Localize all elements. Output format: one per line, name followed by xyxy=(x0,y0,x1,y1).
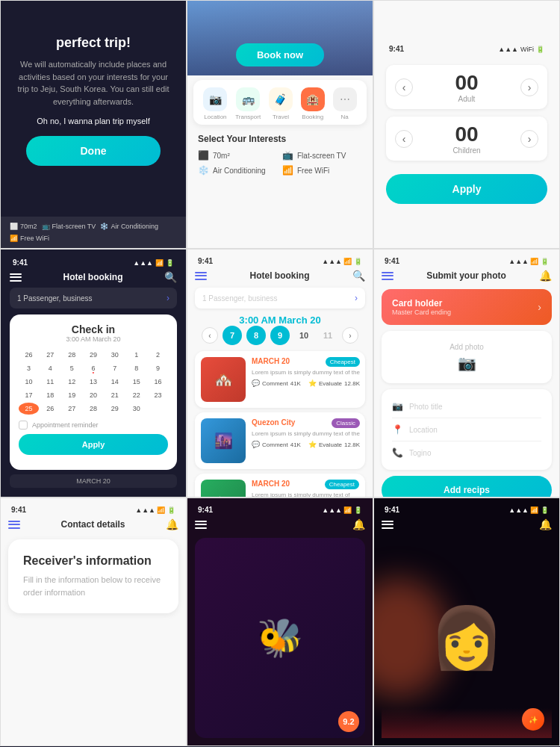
cal-day[interactable]: 27 xyxy=(62,403,82,415)
card-holder-card[interactable]: Card holder Master Card ending › xyxy=(382,289,552,325)
receiver-information-card: Receiver's information Fill in the infor… xyxy=(8,539,178,613)
photo-title-field[interactable]: 📷 Photo title xyxy=(392,395,541,418)
menu-button-5[interactable] xyxy=(195,272,207,280)
menu-button-9[interactable] xyxy=(382,521,393,529)
prev-date-button[interactable]: ‹ xyxy=(202,327,218,344)
menu-button-8[interactable] xyxy=(195,521,207,529)
hotel-image-1 xyxy=(201,357,246,402)
comment-label-2: Comment xyxy=(262,441,288,448)
cal-day[interactable]: 5 xyxy=(62,362,82,374)
date-11[interactable]: 11 xyxy=(318,326,337,345)
hotel-card-3[interactable]: MARCH 20 Cheapest Lorem ipsum is simply … xyxy=(195,474,365,498)
cal-day[interactable]: 7 xyxy=(105,362,125,374)
cal-day[interactable]: 4 xyxy=(40,362,60,374)
booking-category[interactable]: 🏨 Booking xyxy=(301,87,325,120)
passenger-selector[interactable]: 1 Passenger, business › xyxy=(10,288,177,309)
cal-day[interactable]: 30 xyxy=(126,403,146,415)
comment-icon-2: 💬 xyxy=(252,441,260,448)
search-icon[interactable]: 🔍 xyxy=(164,271,177,283)
calendar-title: Check in xyxy=(19,323,168,335)
cal-day[interactable]: 29 xyxy=(84,349,104,361)
cal-day[interactable]: 22 xyxy=(126,389,146,401)
cal-day[interactable]: 30 xyxy=(105,349,125,361)
travel-label: Travel xyxy=(273,114,289,120)
cal-day[interactable]: 28 xyxy=(62,349,82,361)
feature-size: ⬛ 70m² xyxy=(198,150,278,161)
hotel-desc-2: Lorem ipsum is simply dummy text of the xyxy=(252,430,360,438)
cal-day[interactable]: 27 xyxy=(40,349,60,361)
cal-day[interactable]: 17 xyxy=(19,389,39,401)
date-7[interactable]: 7 xyxy=(223,326,242,345)
location-category[interactable]: 📷 Location xyxy=(203,87,227,120)
search-icon-5[interactable]: 🔍 xyxy=(352,270,365,282)
done-button[interactable]: Done xyxy=(26,136,161,166)
menu-button-7[interactable] xyxy=(8,521,20,529)
cal-day-today[interactable]: 25 xyxy=(19,403,39,415)
cal-day[interactable]: 18 xyxy=(40,389,60,401)
more-category[interactable]: ⋯ Na xyxy=(333,87,357,120)
passenger-selector-5[interactable]: 1 Passenger, business › xyxy=(195,288,365,309)
cal-day-dot[interactable]: 6 xyxy=(84,362,104,374)
card-holder-title: Card holder xyxy=(392,298,451,309)
add-photo-area[interactable]: Add photo 📷 xyxy=(382,331,552,383)
hotel-card-2[interactable]: Quezon City Classic Lorem ipsum is simpl… xyxy=(195,412,365,469)
apply-button[interactable]: Apply xyxy=(386,174,547,204)
date-9[interactable]: 9 xyxy=(270,326,290,345)
book-now-button[interactable]: Book now xyxy=(236,43,324,66)
bell-icon-9[interactable]: 🔔 xyxy=(539,518,552,530)
date-8[interactable]: 8 xyxy=(246,326,266,345)
children-increment-button[interactable]: › xyxy=(520,130,538,148)
cal-day[interactable]: 10 xyxy=(19,376,39,388)
cal-day[interactable]: 8 xyxy=(126,362,146,374)
cal-day[interactable]: 29 xyxy=(105,403,125,415)
time-display: 3:00 AM March 20 xyxy=(195,314,365,326)
next-date-button[interactable]: › xyxy=(342,327,358,344)
cal-day[interactable]: 11 xyxy=(40,376,60,388)
cal-day[interactable]: 9 xyxy=(148,362,168,374)
location-icon: 📷 xyxy=(203,87,227,111)
transport-category[interactable]: 🚌 Transport xyxy=(235,87,261,120)
cal-day[interactable]: 26 xyxy=(40,403,60,415)
bell-icon-6[interactable]: 🔔 xyxy=(539,270,552,282)
cal-day[interactable]: 3 xyxy=(19,362,39,374)
comment-stat-1: 💬 Comment 41K xyxy=(252,379,301,387)
location-field[interactable]: 📍 Location xyxy=(392,418,541,441)
trip-planner-screen: perfect trip! We will automatically incl… xyxy=(0,0,187,249)
hotel-card-1[interactable]: MARCH 20 Cheapest Lorem ipsum is simply … xyxy=(195,351,365,408)
bell-icon-8[interactable]: 🔔 xyxy=(352,518,365,530)
cal-day[interactable]: 26 xyxy=(19,349,39,361)
cal-day[interactable]: 28 xyxy=(84,403,104,415)
togino-field[interactable]: 📞 Togino xyxy=(392,441,541,464)
cal-day[interactable]: 19 xyxy=(62,389,82,401)
date-10[interactable]: 10 xyxy=(294,326,314,345)
travel-category[interactable]: 🧳 Travel xyxy=(269,87,293,120)
status-bar-6: 9:41 ▲▲▲ 📶 🔋 xyxy=(382,257,552,265)
cal-day[interactable]: 13 xyxy=(84,376,104,388)
adult-decrement-button[interactable]: ‹ xyxy=(395,78,413,96)
comment-stat-2: 💬 Comment 41K xyxy=(252,441,301,448)
cal-day[interactable]: 12 xyxy=(62,376,82,388)
children-decrement-button[interactable]: ‹ xyxy=(395,130,413,148)
cal-day[interactable]: 20 xyxy=(84,389,104,401)
cal-day[interactable]: 16 xyxy=(148,376,168,388)
cal-day[interactable]: 23 xyxy=(148,389,168,401)
status-bar-5: 9:41 ▲▲▲ 📶 🔋 xyxy=(195,257,365,265)
status-time-6: 9:41 xyxy=(385,257,399,265)
cal-day[interactable]: 1 xyxy=(126,349,146,361)
reminder-label: Appointment reminder xyxy=(32,421,99,429)
calendar-apply-button[interactable]: Apply xyxy=(19,434,168,455)
feature-ac: ❄️ Air Conditioning xyxy=(198,165,278,176)
cal-day[interactable]: 15 xyxy=(126,376,146,388)
adult-increment-button[interactable]: › xyxy=(520,78,538,96)
cal-day[interactable]: 21 xyxy=(105,389,125,401)
camera-icon: 📷 xyxy=(458,354,476,372)
feature-wifi: 📶 Free WiFi xyxy=(282,165,362,176)
add-recipe-button[interactable]: Add recips xyxy=(382,476,552,498)
reminder-checkbox[interactable] xyxy=(19,421,28,430)
bell-icon-7[interactable]: 🔔 xyxy=(166,518,178,530)
menu-button-6[interactable] xyxy=(382,272,393,280)
cal-day[interactable]: 2 xyxy=(148,349,168,361)
location-label: Location xyxy=(204,114,226,120)
menu-button[interactable] xyxy=(10,273,22,282)
cal-day[interactable]: 14 xyxy=(105,376,125,388)
